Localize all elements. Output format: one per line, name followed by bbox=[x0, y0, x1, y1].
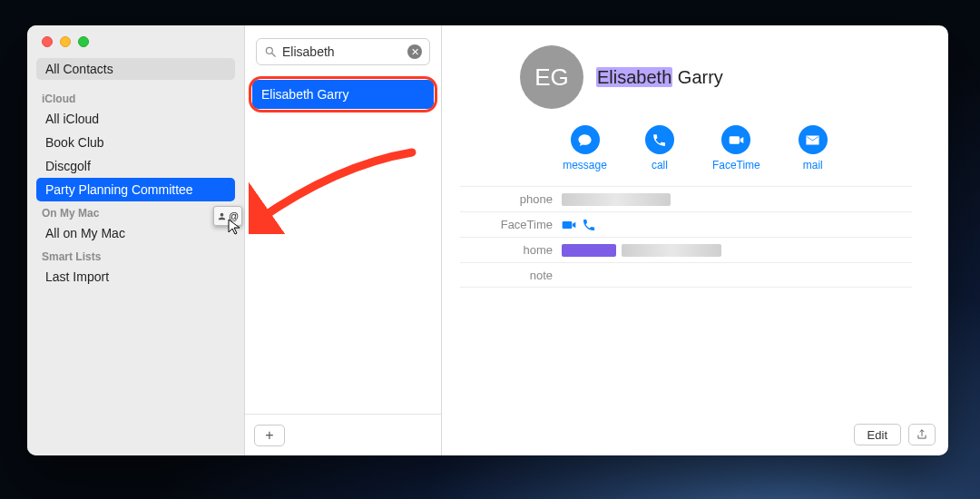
mail-icon bbox=[799, 125, 828, 154]
field-home[interactable]: home bbox=[460, 237, 912, 262]
search-query-text: Elisabeth bbox=[277, 44, 407, 59]
edit-button[interactable]: Edit bbox=[854, 424, 901, 445]
sidebar-all-contacts[interactable]: All Contacts bbox=[36, 58, 235, 80]
svg-line-1 bbox=[272, 54, 276, 57]
name-last: Garry bbox=[678, 67, 723, 87]
name-first-highlighted: Elisabeth bbox=[596, 67, 672, 87]
contact-fields: phone FaceTime home note bbox=[442, 186, 948, 288]
sidebar-section-header-smartlists: Smart Lists bbox=[27, 245, 244, 265]
search-icon bbox=[264, 45, 277, 58]
avatar[interactable]: EG bbox=[520, 45, 583, 109]
search-result-name: Elisabeth Garry bbox=[261, 87, 348, 102]
sidebar-section-header-icloud: iCloud bbox=[27, 87, 244, 107]
facetime-icon bbox=[721, 125, 750, 154]
field-note-label: note bbox=[460, 269, 562, 282]
action-message[interactable]: message bbox=[563, 125, 607, 171]
action-facetime[interactable]: FaceTime bbox=[712, 125, 760, 171]
detail-bottom-bar: Edit bbox=[442, 414, 948, 455]
add-contact-button[interactable]: + bbox=[254, 425, 285, 446]
quick-actions-row: message call FaceTime mail bbox=[442, 118, 948, 186]
message-icon bbox=[571, 125, 600, 154]
field-facetime[interactable]: FaceTime bbox=[460, 211, 912, 237]
sidebar-section-header-onmymac: On My Mac bbox=[27, 201, 244, 221]
action-facetime-label: FaceTime bbox=[712, 159, 760, 171]
action-mail[interactable]: mail bbox=[799, 125, 828, 171]
action-mail-label: mail bbox=[803, 159, 823, 171]
sidebar-item-book-club[interactable]: Book Club bbox=[36, 131, 235, 154]
field-phone-label: phone bbox=[460, 192, 562, 206]
sidebar-item-all-on-my-mac[interactable]: All on My Mac bbox=[36, 221, 235, 245]
minimize-window-button[interactable] bbox=[60, 36, 71, 47]
contacts-window: All Contacts iCloud All iCloud Book Club… bbox=[27, 25, 948, 455]
share-button[interactable] bbox=[908, 424, 936, 445]
sidebar-item-party-planning[interactable]: Party Planning Committee bbox=[36, 178, 235, 201]
field-facetime-label: FaceTime bbox=[460, 218, 562, 231]
field-phone[interactable]: phone bbox=[460, 186, 912, 211]
person-icon bbox=[217, 211, 227, 221]
drag-at-glyph: @ bbox=[229, 210, 239, 221]
action-call[interactable]: call bbox=[645, 125, 674, 171]
contact-name[interactable]: Elisabeth Garry bbox=[596, 67, 723, 88]
facetime-audio-icon[interactable] bbox=[582, 218, 596, 232]
list-bottom-bar: + bbox=[245, 414, 441, 455]
sidebar-item-all-icloud[interactable]: All iCloud bbox=[36, 107, 235, 131]
svg-point-0 bbox=[266, 47, 272, 54]
action-call-label: call bbox=[652, 159, 668, 171]
clear-search-button[interactable]: ✕ bbox=[407, 44, 422, 59]
drag-vcard-badge: @ bbox=[213, 206, 242, 226]
field-home-value-redacted bbox=[562, 244, 721, 257]
sidebar-item-last-import[interactable]: Last Import bbox=[36, 265, 235, 289]
field-note[interactable]: note bbox=[460, 262, 912, 288]
field-facetime-value bbox=[562, 218, 596, 232]
phone-icon bbox=[645, 125, 674, 154]
search-field[interactable]: Elisabeth ✕ bbox=[256, 38, 430, 65]
contact-list-column: Elisabeth ✕ Elisabeth Garry + bbox=[245, 25, 442, 455]
sidebar: All Contacts iCloud All iCloud Book Club… bbox=[27, 25, 245, 455]
search-result-selected[interactable]: Elisabeth Garry bbox=[252, 80, 434, 109]
facetime-video-icon[interactable] bbox=[562, 218, 576, 232]
share-icon bbox=[916, 428, 928, 441]
field-home-label: home bbox=[460, 243, 562, 257]
field-phone-value-redacted bbox=[562, 193, 671, 206]
contact-detail-pane: EG Elisabeth Garry message call bbox=[442, 25, 948, 455]
action-message-label: message bbox=[563, 159, 607, 171]
sidebar-item-discgolf[interactable]: Discgolf bbox=[36, 154, 235, 178]
zoom-window-button[interactable] bbox=[78, 36, 89, 47]
traffic-lights bbox=[27, 34, 244, 58]
close-window-button[interactable] bbox=[42, 36, 53, 47]
